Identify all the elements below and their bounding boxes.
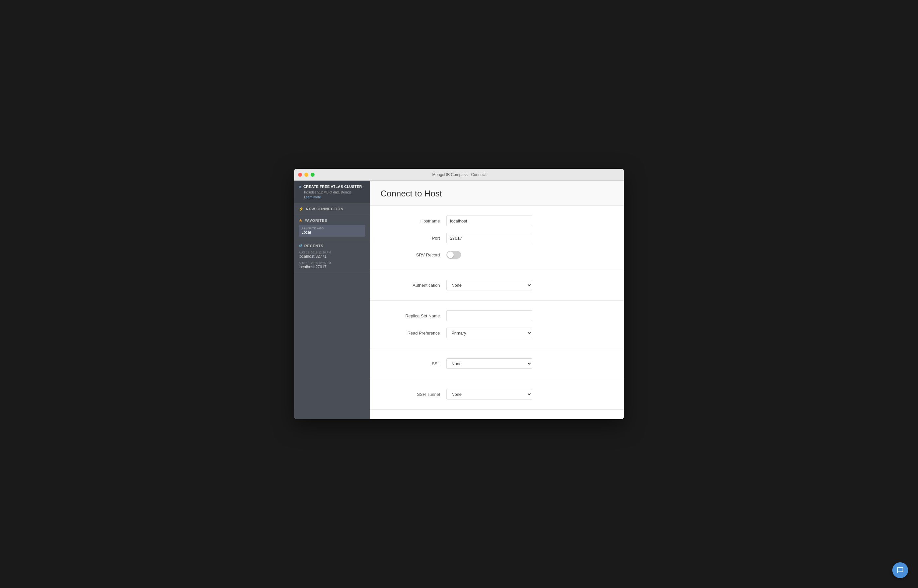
recent-item-1-name: localhost:27017 — [299, 265, 365, 269]
hostname-label: Hostname — [380, 218, 446, 223]
authentication-label: Authentication — [380, 283, 446, 288]
new-connection-label: NEW CONNECTION — [306, 207, 344, 211]
window-controls — [298, 173, 315, 177]
host-section: Hostname Port SRV Record — [370, 206, 624, 270]
recent-item-1-time: AUG 19, 2018 12:25 PM — [299, 262, 365, 265]
favorite-section: Favorite Name i — [370, 410, 624, 419]
clock-icon: ↺ — [299, 244, 302, 248]
read-preference-select[interactable]: Primary Primary Preferred Secondary Seco… — [446, 328, 532, 338]
sidebar: ⧉ CREATE FREE ATLAS CLUSTER Includes 512… — [294, 181, 370, 419]
sidebar-new-connection[interactable]: ⚡ NEW CONNECTION — [294, 204, 370, 215]
recent-item-0-time: AUG 19, 2018 12:26 PM — [299, 251, 365, 254]
replica-set-label: Replica Set Name — [380, 313, 446, 318]
favorites-label: FAVORITES — [305, 218, 327, 223]
ssh-tunnel-select[interactable]: None Use Password Use Identity File — [446, 389, 532, 399]
replica-section: Replica Set Name Read Preference Primary… — [370, 300, 624, 348]
port-input[interactable] — [446, 233, 532, 243]
read-preference-label: Read Preference — [380, 331, 446, 336]
authentication-select[interactable]: None Username / Password X.509 Kerberos … — [446, 280, 532, 291]
atlas-header: ⧉ CREATE FREE ATLAS CLUSTER — [299, 184, 365, 189]
atlas-learn-more[interactable]: Learn more — [304, 195, 365, 199]
window-title: MongoDB Compass - Connect — [432, 172, 486, 177]
chat-button[interactable] — [892, 562, 908, 578]
main-content: Connect to Host Hostname Port SRV Record — [370, 181, 624, 419]
favorites-item[interactable]: A MINUTE AGO Local — [299, 225, 365, 237]
favorites-item-name: Local — [301, 230, 363, 235]
external-link-icon: ⧉ — [299, 185, 301, 189]
lightning-icon: ⚡ — [299, 207, 304, 211]
close-button[interactable] — [298, 173, 302, 177]
replica-set-input[interactable] — [446, 310, 532, 321]
recent-item-0-name: localhost:32771 — [299, 254, 365, 259]
page-title: Connect to Host — [380, 189, 613, 199]
port-label: Port — [380, 236, 446, 241]
star-icon: ★ — [299, 218, 303, 223]
ssl-section: SSL None System CA Server Validation Unv… — [370, 348, 624, 379]
sidebar-recents: ↺ RECENTS AUG 19, 2018 12:26 PM localhos… — [294, 240, 370, 273]
ssh-section: SSH Tunnel None Use Password Use Identit… — [370, 379, 624, 410]
favorites-header[interactable]: ★ FAVORITES — [299, 218, 365, 223]
sidebar-favorites: ★ FAVORITES A MINUTE AGO Local — [294, 215, 370, 240]
hostname-input[interactable] — [446, 216, 532, 226]
ssl-label: SSL — [380, 361, 446, 366]
atlas-title: CREATE FREE ATLAS CLUSTER — [303, 184, 362, 189]
recents-label: RECENTS — [304, 244, 323, 248]
new-connection-header[interactable]: ⚡ NEW CONNECTION — [299, 207, 365, 211]
recents-header[interactable]: ↺ RECENTS — [299, 244, 365, 248]
srv-record-row: SRV Record — [370, 247, 624, 263]
sidebar-atlas-section[interactable]: ⧉ CREATE FREE ATLAS CLUSTER Includes 512… — [294, 181, 370, 204]
maximize-button[interactable] — [310, 173, 315, 177]
read-preference-row: Read Preference Primary Primary Preferre… — [370, 324, 624, 341]
toggle-slider — [446, 251, 461, 259]
minimize-button[interactable] — [304, 173, 308, 177]
ssl-row: SSL None System CA Server Validation Unv… — [370, 355, 624, 372]
authentication-row: Authentication None Username / Password … — [370, 276, 624, 294]
ssh-tunnel-label: SSH Tunnel — [380, 392, 446, 397]
ssh-tunnel-row: SSH Tunnel None Use Password Use Identit… — [370, 386, 624, 403]
replica-set-row: Replica Set Name — [370, 307, 624, 324]
port-row: Port — [370, 229, 624, 247]
atlas-subtitle: Includes 512 MB of data storage. — [304, 191, 365, 194]
favorites-item-time: A MINUTE AGO — [301, 227, 363, 230]
chat-icon — [897, 567, 904, 574]
main-header: Connect to Host — [370, 181, 624, 206]
titlebar: MongoDB Compass - Connect — [294, 169, 624, 181]
recent-item-0[interactable]: AUG 19, 2018 12:26 PM localhost:32771 — [299, 251, 365, 259]
srv-record-label: SRV Record — [380, 252, 446, 257]
favorite-name-row: Favorite Name i — [370, 416, 624, 419]
app-window: MongoDB Compass - Connect ⧉ CREATE FREE … — [294, 169, 624, 419]
auth-section: Authentication None Username / Password … — [370, 270, 624, 300]
srv-record-toggle[interactable] — [446, 251, 461, 259]
ssl-select[interactable]: None System CA Server Validation Unvalid… — [446, 358, 532, 369]
window-body: ⧉ CREATE FREE ATLAS CLUSTER Includes 512… — [294, 181, 624, 419]
recent-item-1[interactable]: AUG 19, 2018 12:25 PM localhost:27017 — [299, 262, 365, 269]
hostname-row: Hostname — [370, 212, 624, 229]
